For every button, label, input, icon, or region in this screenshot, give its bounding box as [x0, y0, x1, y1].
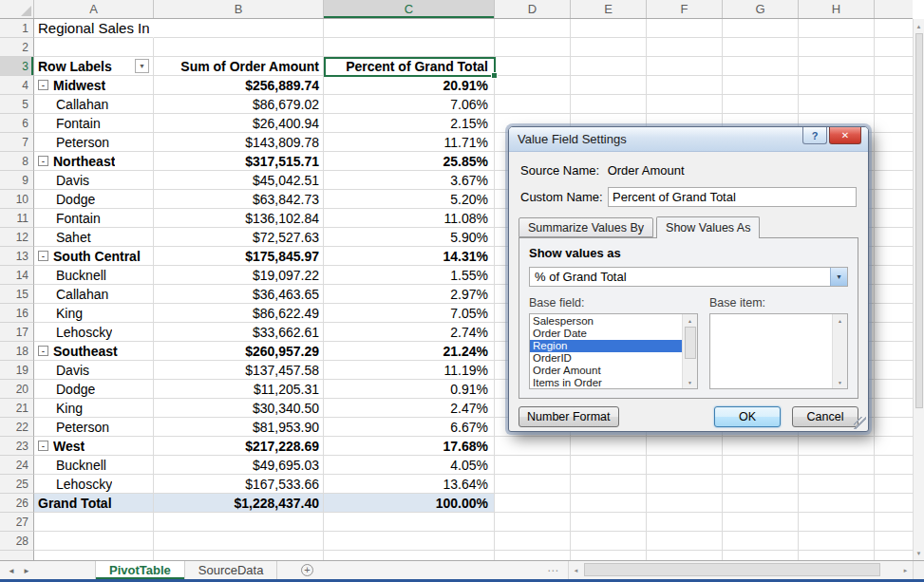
row-header-17[interactable]: 17	[0, 323, 34, 342]
cell-C6[interactable]: 2.15%	[324, 114, 495, 133]
row-header-10[interactable]: 10	[0, 190, 34, 209]
cell-A18[interactable]: -Southeast	[34, 342, 154, 361]
collapse-button[interactable]: -	[38, 251, 48, 261]
dialog-close-button[interactable]: ✕	[829, 127, 861, 144]
cell-G23[interactable]	[723, 437, 799, 456]
row-header-26[interactable]: 26	[0, 494, 34, 513]
row-header-27[interactable]: 27	[0, 513, 34, 532]
row-header-16[interactable]: 16	[0, 304, 34, 323]
row-header-18[interactable]: 18	[0, 342, 34, 361]
cell-D4[interactable]	[495, 76, 571, 95]
cell-B15[interactable]: $36,463.65	[154, 285, 324, 304]
cell-B27[interactable]	[154, 513, 324, 532]
base-item-scrollbar[interactable]: ▲ ▼	[832, 314, 847, 388]
row-header-next[interactable]	[0, 551, 34, 560]
cell-G2[interactable]	[723, 38, 799, 57]
cell-A25[interactable]: Lehoscky	[34, 475, 154, 494]
cell-B13[interactable]: $175,845.97	[154, 247, 324, 266]
cell-B9[interactable]: $45,042.51	[154, 171, 324, 190]
cell-D3[interactable]	[495, 57, 571, 76]
cell-E[interactable]	[571, 551, 647, 560]
cell-A20[interactable]: Dodge	[34, 380, 154, 399]
cell-C19[interactable]: 11.19%	[324, 361, 495, 380]
cell-B23[interactable]: $217,228.69	[154, 437, 324, 456]
cell-C22[interactable]: 6.67%	[324, 418, 495, 437]
select-all-corner[interactable]	[0, 0, 34, 18]
row-header-5[interactable]: 5	[0, 95, 34, 114]
cell-B10[interactable]: $63,842.73	[154, 190, 324, 209]
ok-button[interactable]: OK	[714, 406, 781, 427]
cell-A19[interactable]: Davis	[34, 361, 154, 380]
base-item-list[interactable]: ▲ ▼	[709, 313, 848, 389]
row-header-6[interactable]: 6	[0, 114, 34, 133]
cell-B7[interactable]: $143,809.78	[154, 133, 324, 152]
cell-A28[interactable]	[34, 532, 154, 551]
cell-G3[interactable]	[723, 57, 799, 76]
cell-E3[interactable]	[571, 57, 647, 76]
collapse-button[interactable]: -	[38, 346, 48, 356]
cell-H27[interactable]	[799, 513, 875, 532]
base-field-scroll-thumb[interactable]	[685, 327, 696, 359]
show-values-as-dropdown[interactable]: % of Grand Total ▼	[529, 267, 848, 287]
scroll-up-icon[interactable]: ▲	[833, 314, 847, 327]
cell-F25[interactable]	[647, 475, 723, 494]
cell-E2[interactable]	[571, 38, 647, 57]
column-header-G[interactable]: G	[723, 0, 799, 18]
collapse-button[interactable]: -	[38, 156, 48, 166]
cell-E5[interactable]	[571, 95, 647, 114]
row-header-7[interactable]: 7	[0, 133, 34, 152]
row-header-3[interactable]: 3	[0, 57, 34, 76]
row-header-28[interactable]: 28	[0, 532, 34, 551]
cell-F2[interactable]	[647, 38, 723, 57]
horizontal-scrollbar[interactable]: ◄ ►	[568, 561, 913, 579]
cell-B16[interactable]: $86,622.49	[154, 304, 324, 323]
column-header-D[interactable]: D	[495, 0, 571, 18]
cell-C23[interactable]: 17.68%	[324, 437, 495, 456]
sheet-tab-sourcedata[interactable]: SourceData	[185, 561, 278, 579]
cell-C1[interactable]	[324, 19, 495, 38]
row-header-20[interactable]: 20	[0, 380, 34, 399]
cell-H4[interactable]	[799, 76, 875, 95]
column-header-F[interactable]: F	[647, 0, 723, 18]
cell-H[interactable]	[799, 551, 875, 560]
row-header-22[interactable]: 22	[0, 418, 34, 437]
cell-C27[interactable]	[324, 513, 495, 532]
row-header-8[interactable]: 8	[0, 152, 34, 171]
cell-F28[interactable]	[647, 532, 723, 551]
cell-A6[interactable]: Fontain	[34, 114, 154, 133]
cell-H2[interactable]	[799, 38, 875, 57]
row-header-1[interactable]: 1	[0, 19, 34, 38]
custom-name-input[interactable]	[608, 187, 857, 207]
row-header-2[interactable]: 2	[0, 38, 34, 57]
cell-A21[interactable]: King	[34, 399, 154, 418]
column-header-C[interactable]: C	[324, 0, 495, 18]
cell-E28[interactable]	[571, 532, 647, 551]
cell-C24[interactable]: 4.05%	[324, 456, 495, 475]
cell-A15[interactable]: Callahan	[34, 285, 154, 304]
cell-H26[interactable]	[799, 494, 875, 513]
cell-F[interactable]	[647, 551, 723, 560]
cell-C5[interactable]: 7.06%	[324, 95, 495, 114]
cell-C25[interactable]: 13.64%	[324, 475, 495, 494]
cell-G25[interactable]	[723, 475, 799, 494]
cell-D27[interactable]	[495, 513, 571, 532]
cell-E1[interactable]	[571, 19, 647, 38]
scroll-down-icon[interactable]: ▼	[914, 546, 924, 560]
cell-A17[interactable]: Lehoscky	[34, 323, 154, 342]
cell-D26[interactable]	[495, 494, 571, 513]
cell-B8[interactable]: $317,515.71	[154, 152, 324, 171]
cell-C21[interactable]: 2.47%	[324, 399, 495, 418]
cancel-button[interactable]: Cancel	[792, 406, 858, 427]
cell-E23[interactable]	[571, 437, 647, 456]
cell-H3[interactable]	[799, 57, 875, 76]
dialog-help-button[interactable]: ?	[802, 127, 827, 144]
cell-G1[interactable]	[723, 19, 799, 38]
cell-B22[interactable]: $81,953.90	[154, 418, 324, 437]
cell-B18[interactable]: $260,957.29	[154, 342, 324, 361]
cell-B5[interactable]: $86,679.02	[154, 95, 324, 114]
cell-F24[interactable]	[647, 456, 723, 475]
cell-C[interactable]	[324, 551, 495, 560]
cell-C4[interactable]: 20.91%	[324, 76, 495, 95]
base-field-item-items-in-order[interactable]: Items in Order	[530, 377, 682, 387]
cell-C28[interactable]	[324, 532, 495, 551]
